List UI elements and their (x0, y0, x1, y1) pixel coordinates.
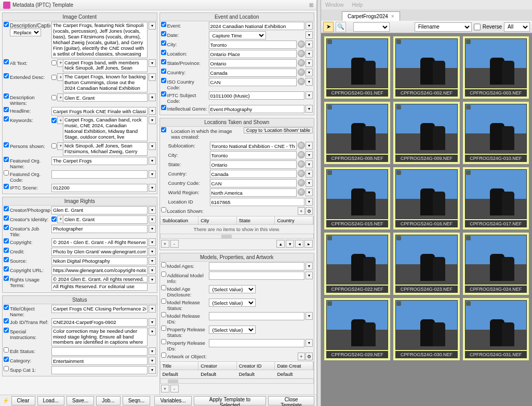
iso-input[interactable] (209, 78, 297, 86)
chk-persons[interactable] (4, 142, 9, 147)
chk-description[interactable] (4, 22, 9, 27)
caret[interactable] (149, 142, 156, 150)
caret[interactable] (149, 366, 156, 374)
chk-loc-shown[interactable] (161, 207, 166, 212)
chk-special[interactable] (4, 328, 9, 333)
globe-icon[interactable] (298, 170, 305, 177)
model-ages-input[interactable] (209, 262, 305, 270)
chk-iso[interactable] (161, 78, 166, 83)
caret[interactable] (305, 170, 313, 178)
save-button[interactable]: Save... (66, 396, 94, 405)
chk-prop-ids[interactable] (161, 339, 166, 344)
caret[interactable] (149, 257, 156, 265)
chk-artwork[interactable] (161, 353, 166, 358)
keywords-textarea[interactable]: Carpet Frogs, Canadian band, rock music,… (63, 116, 148, 141)
scrollbar[interactable] (160, 234, 314, 239)
globe-icon[interactable] (298, 160, 305, 168)
edit-status-input[interactable] (51, 347, 148, 356)
caret[interactable] (305, 78, 313, 86)
chk-edit-status[interactable] (4, 347, 9, 353)
ccode-input[interactable] (210, 179, 297, 187)
thumbnail[interactable]: CPFROGS24G-015.NEF (324, 167, 390, 229)
menu-window[interactable]: Window (325, 2, 344, 8)
splitter[interactable] (317, 0, 321, 406)
rel-ids-input[interactable] (209, 312, 305, 320)
rights-input-1[interactable] (51, 276, 148, 282)
caret[interactable] (149, 116, 156, 124)
caret[interactable] (149, 238, 156, 246)
chk-copyright[interactable] (4, 238, 9, 243)
caret[interactable] (305, 339, 313, 347)
globe-icon[interactable] (298, 142, 305, 149)
caret[interactable] (305, 105, 313, 113)
caret[interactable] (149, 347, 156, 355)
caret[interactable] (149, 357, 156, 364)
chk-p-extra[interactable] (51, 143, 57, 148)
caret[interactable] (305, 272, 313, 279)
thumbnail[interactable]: CPFROGS24G-016.NEF (393, 167, 459, 229)
caret[interactable] (149, 318, 156, 326)
close-button[interactable]: Close Template (268, 396, 314, 405)
chk-category[interactable] (4, 357, 9, 362)
caret[interactable] (149, 215, 156, 223)
thumbnail[interactable]: CPFROGS24G-023.NEF (393, 233, 459, 295)
gear-icon[interactable]: ⚙ (305, 207, 313, 215)
chk-genre[interactable] (161, 105, 166, 110)
credit-input[interactable] (51, 248, 148, 256)
chk-org-code[interactable] (4, 170, 9, 175)
load-button[interactable]: Load... (37, 396, 65, 405)
variables-button[interactable]: Variables... (154, 396, 191, 405)
add-btn[interactable]: + (161, 385, 169, 393)
country-input[interactable] (209, 69, 297, 77)
event-input[interactable] (209, 22, 305, 30)
thumbnail[interactable]: CPFROGS24G-024.NEF (463, 233, 529, 295)
copy-location-button[interactable]: Copy to 'Location Shown' table (244, 127, 313, 133)
chk-rel-status[interactable] (161, 299, 166, 304)
thumbnail[interactable]: CPFROGS24G-002.NEF (393, 36, 459, 99)
state-input[interactable] (209, 59, 297, 67)
chk-model-ages[interactable] (161, 262, 166, 267)
apply-button[interactable]: Apply Template to Selected (194, 396, 267, 405)
thumbnail[interactable]: CPFROGS24G-001.NEF (324, 36, 390, 99)
description-textarea[interactable]: The Carpet Frogs, featuring Nick Sinopol… (51, 22, 148, 58)
persons-textarea[interactable]: Nick Sinopoli, Jeff Jones, Sean Fitzsimo… (63, 142, 148, 156)
writers-input[interactable] (63, 93, 148, 102)
scrollbar[interactable] (160, 378, 314, 384)
locid-input[interactable] (210, 198, 305, 206)
caret[interactable] (149, 170, 156, 178)
caret[interactable] (305, 312, 313, 320)
sublocation-input[interactable] (210, 142, 297, 150)
location-input[interactable] (209, 50, 297, 58)
caret[interactable] (305, 69, 313, 76)
caret[interactable] (149, 305, 156, 313)
thumbnail[interactable]: CPFROGS24G-029.NEF (324, 298, 390, 360)
chk-city[interactable] (161, 40, 166, 46)
chk-keywords[interactable] (4, 116, 9, 121)
caret[interactable] (149, 184, 156, 192)
caret[interactable] (149, 206, 156, 214)
country2-input[interactable] (210, 170, 297, 178)
add-model-input[interactable] (209, 272, 305, 280)
tab-folder[interactable]: CarpetFrogs2024 × (342, 11, 400, 21)
gear-icon[interactable]: ⚙ (305, 353, 313, 360)
caret[interactable] (305, 198, 313, 206)
caret[interactable]: ▴ (276, 240, 285, 248)
reverse-checkbox[interactable] (474, 22, 481, 32)
pointer-tool-icon[interactable]: ➤ (323, 22, 334, 32)
chk-copyright-url[interactable] (4, 266, 9, 272)
chk-w-extra[interactable] (51, 95, 57, 100)
ext-textarea[interactable]: The Carpet Frogs, known for backing Burt… (63, 73, 148, 92)
category-input[interactable] (51, 357, 148, 365)
globe-icon[interactable] (298, 78, 305, 85)
thumbnail[interactable]: CPFROGS24G-009.NEF (393, 102, 459, 164)
chk-title-obj[interactable] (4, 305, 9, 310)
chk-rel-ids[interactable] (161, 312, 166, 317)
source-input[interactable] (51, 257, 148, 265)
close-tab-icon[interactable]: × (391, 13, 394, 19)
caret[interactable] (149, 22, 156, 30)
copyright-url-input[interactable] (51, 266, 148, 275)
globe-icon[interactable] (298, 151, 305, 158)
chk-iptc-scene[interactable] (4, 184, 9, 189)
chk-date[interactable] (161, 31, 166, 36)
caret[interactable] (305, 50, 313, 58)
